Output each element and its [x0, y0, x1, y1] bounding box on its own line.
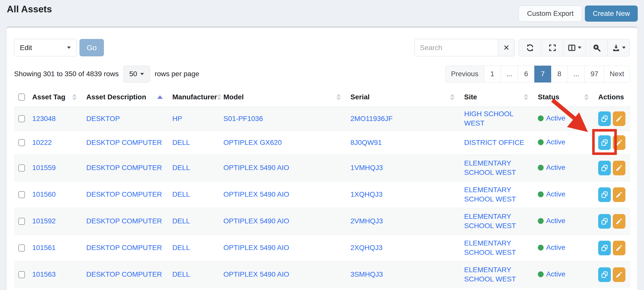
asset-description-link[interactable]: DESKTOP [86, 115, 120, 122]
asset-tag-link[interactable]: 101559 [32, 164, 56, 172]
asset-tag-link[interactable]: 101560 [32, 190, 56, 198]
edit-button[interactable] [613, 241, 625, 255]
go-button[interactable]: Go [79, 39, 104, 56]
asset-tag-link[interactable]: 101592 [32, 217, 56, 225]
manufacturer-link[interactable]: DELL [172, 217, 190, 225]
site-link[interactable]: HIGH SCHOOL WEST [464, 110, 513, 127]
manufacturer-link[interactable]: DELL [172, 164, 190, 172]
edit-button[interactable] [613, 267, 625, 282]
column-header-site[interactable]: Site [464, 93, 477, 101]
page-button-1[interactable]: 1 [484, 66, 501, 82]
edit-button[interactable] [613, 135, 625, 150]
asset-description-link[interactable]: DESKTOP COMPUTER [86, 217, 162, 225]
create-new-button[interactable]: Create New [585, 6, 638, 22]
sort-icon[interactable] [336, 94, 341, 100]
column-header-serial[interactable]: Serial [350, 93, 370, 101]
edit-button[interactable] [613, 111, 625, 126]
asset-description-link[interactable]: DESKTOP COMPUTER [86, 190, 162, 198]
model-link[interactable]: OPTIPLEX 5490 AIO [223, 270, 289, 278]
page-button-6[interactable]: 6 [518, 66, 535, 82]
asset-tag-link[interactable]: 10222 [32, 139, 52, 146]
fullscreen-button[interactable] [541, 39, 563, 56]
copy-button[interactable] [598, 241, 611, 255]
copy-button[interactable] [598, 214, 611, 229]
site-link[interactable]: DISTRICT OFFICE [464, 139, 524, 146]
copy-button[interactable] [598, 111, 611, 126]
sort-ascending-icon[interactable] [157, 95, 163, 99]
status-link[interactable]: Active [546, 163, 565, 172]
sort-icon[interactable] [72, 94, 77, 100]
refresh-button[interactable] [519, 39, 541, 56]
row-checkbox[interactable] [18, 164, 25, 172]
sort-icon[interactable] [524, 94, 528, 100]
manufacturer-link[interactable]: DELL [172, 190, 190, 198]
edit-button[interactable] [613, 214, 625, 229]
status-link[interactable]: Active [546, 243, 565, 252]
model-link[interactable]: OPTIPLEX 5490 AIO [223, 164, 289, 172]
serial-link[interactable]: 8J0QW91 [350, 139, 382, 146]
asset-description-link[interactable]: DESKTOP COMPUTER [86, 139, 162, 146]
serial-link[interactable]: 2MO11936JF [350, 115, 393, 122]
manufacturer-link[interactable]: HP [172, 115, 182, 122]
copy-button[interactable] [598, 161, 611, 175]
row-checkbox[interactable] [18, 115, 25, 122]
column-header-manufacturer[interactable]: Manufacturer [172, 93, 217, 101]
serial-link[interactable]: 1VMHQJ3 [350, 164, 383, 172]
sort-icon[interactable] [584, 94, 589, 100]
edit-button[interactable] [613, 161, 625, 175]
serial-link[interactable]: 1XQHQJ3 [350, 190, 383, 198]
model-link[interactable]: OPTIPLEX GX620 [223, 139, 282, 146]
asset-description-link[interactable]: DESKTOP COMPUTER [86, 270, 162, 278]
page-button-next[interactable]: Next [604, 66, 630, 82]
page-button--[interactable]: ... [501, 66, 518, 82]
status-link[interactable]: Active [546, 216, 565, 226]
status-link[interactable]: Active [546, 114, 565, 123]
column-header-asset-description[interactable]: Asset Description [86, 93, 146, 101]
asset-tag-link[interactable]: 101561 [32, 244, 56, 252]
copy-button[interactable] [598, 135, 611, 150]
status-link[interactable]: Active [546, 190, 565, 199]
row-checkbox[interactable] [18, 139, 25, 146]
copy-button[interactable] [598, 267, 611, 282]
model-link[interactable]: S01-PF1036 [223, 115, 263, 122]
status-link[interactable]: Active [546, 138, 565, 147]
row-checkbox[interactable] [18, 244, 25, 252]
column-header-model[interactable]: Model [223, 93, 244, 101]
search-input[interactable] [415, 39, 498, 56]
page-button-previous[interactable]: Previous [445, 66, 484, 82]
site-link[interactable]: ELEMENTARY SCHOOL WEST [464, 159, 516, 176]
model-link[interactable]: OPTIPLEX 5490 AIO [223, 244, 289, 252]
bulk-action-select[interactable]: Edit [14, 39, 76, 56]
copy-button[interactable] [598, 187, 611, 202]
model-link[interactable]: OPTIPLEX 5490 AIO [223, 190, 289, 198]
site-link[interactable]: ELEMENTARY SCHOOL WEST [464, 239, 516, 256]
manufacturer-link[interactable]: DELL [172, 139, 190, 146]
row-checkbox[interactable] [18, 218, 25, 225]
manufacturer-link[interactable]: DELL [172, 270, 190, 278]
row-checkbox[interactable] [18, 271, 25, 278]
column-header-status[interactable]: Status [538, 93, 559, 101]
page-button-7[interactable]: 7 [534, 66, 551, 82]
export-button[interactable] [608, 39, 630, 56]
asset-description-link[interactable]: DESKTOP COMPUTER [86, 164, 162, 172]
custom-export-button[interactable]: Custom Export [519, 6, 582, 22]
asset-description-link[interactable]: DESKTOP COMPUTER [86, 244, 162, 252]
sort-icon[interactable] [217, 94, 221, 100]
status-link[interactable]: Active [546, 270, 565, 279]
serial-link[interactable]: 3SMHQJ3 [350, 270, 383, 278]
edit-button[interactable] [613, 187, 625, 202]
page-button-97[interactable]: 97 [585, 66, 604, 82]
sort-icon[interactable] [450, 94, 455, 100]
serial-link[interactable]: 2XQHQJ3 [350, 244, 383, 252]
site-link[interactable]: ELEMENTARY SCHOOL WEST [464, 213, 516, 230]
row-checkbox[interactable] [18, 191, 25, 198]
site-link[interactable]: ELEMENTARY SCHOOL WEST [464, 186, 516, 203]
page-size-select[interactable]: 50 [123, 66, 150, 82]
site-link[interactable]: ELEMENTARY SCHOOL WEST [464, 266, 516, 283]
column-header-asset-tag[interactable]: Asset Tag [32, 93, 65, 101]
page-button-8[interactable]: 8 [551, 66, 568, 82]
asset-tag-link[interactable]: 123048 [32, 115, 56, 122]
select-all-checkbox[interactable] [18, 94, 25, 101]
asset-tag-link[interactable]: 101563 [32, 270, 56, 278]
page-button--[interactable]: ... [568, 66, 585, 82]
